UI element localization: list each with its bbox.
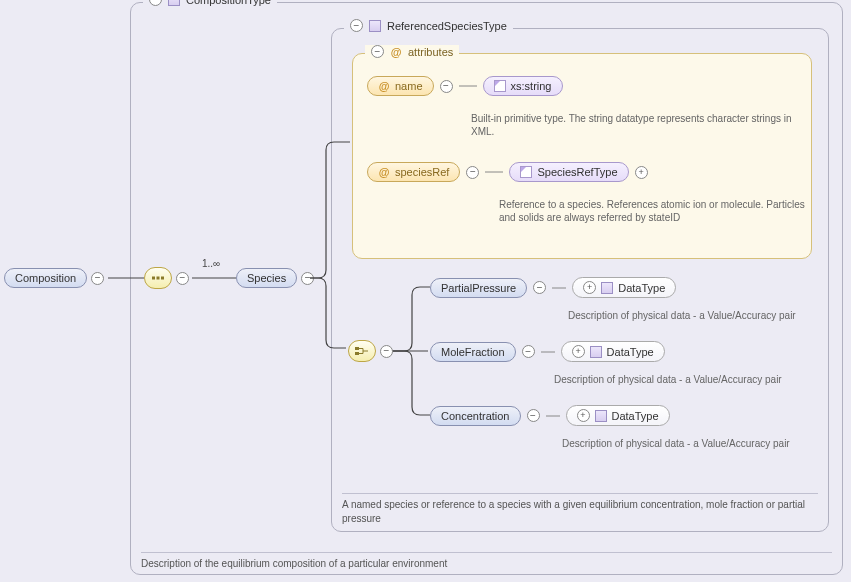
element-species[interactable]: Species	[236, 268, 297, 288]
collapse-icon[interactable]: −	[176, 272, 189, 285]
connector-line	[485, 166, 503, 178]
choice-compositor[interactable]	[348, 340, 376, 362]
connector-line	[546, 410, 560, 422]
composition-type-header: − CompositionType	[143, 0, 277, 6]
attributes-panel: − @ attributes @ name − xs:string Built-…	[352, 53, 812, 259]
collapse-icon[interactable]: −	[533, 281, 546, 294]
svg-rect-2	[355, 347, 359, 350]
element-composition[interactable]: Composition	[4, 268, 87, 288]
molefraction-label: MoleFraction	[441, 346, 505, 358]
composition-type-title: CompositionType	[186, 0, 271, 6]
collapse-icon[interactable]: −	[149, 0, 162, 6]
collapse-icon[interactable]: −	[527, 409, 540, 422]
complextype-icon	[369, 20, 381, 32]
molefraction-desc: Description of physical data - a Value/A…	[554, 373, 782, 386]
concentration-label: Concentration	[441, 410, 510, 422]
complextype-icon	[590, 346, 602, 358]
connector-line	[541, 346, 555, 358]
expand-icon[interactable]: +	[572, 345, 585, 358]
collapse-icon[interactable]: −	[91, 272, 104, 285]
collapse-icon[interactable]: −	[371, 45, 384, 58]
attribute-name-type[interactable]: xs:string	[483, 76, 563, 96]
attr-speciesref-type-label: SpeciesRefType	[537, 166, 617, 178]
referenced-species-type-panel: − ReferencedSpeciesType − @ attributes @…	[331, 28, 829, 532]
partialpressure-label: PartialPressure	[441, 282, 516, 294]
expand-icon[interactable]: +	[635, 166, 648, 179]
referenced-species-type-header: − ReferencedSpeciesType	[344, 19, 513, 32]
partialpressure-desc: Description of physical data - a Value/A…	[568, 309, 796, 322]
attr-name-desc: Built-in primitive type. The string data…	[471, 112, 811, 138]
attribute-group-icon: @	[390, 46, 402, 58]
collapse-icon[interactable]: −	[301, 272, 314, 285]
species-label: Species	[247, 272, 286, 284]
attr-name-label: name	[395, 80, 423, 92]
svg-rect-9	[161, 277, 164, 280]
svg-rect-3	[355, 352, 359, 355]
xsd-primitive-icon	[494, 80, 506, 92]
connector-line	[552, 282, 566, 294]
attribute-icon: @	[378, 166, 390, 178]
expand-icon[interactable]: +	[583, 281, 596, 294]
collapse-icon[interactable]: −	[380, 345, 393, 358]
connector-line	[459, 80, 477, 92]
complextype-icon	[168, 0, 180, 6]
partialpressure-type-label: DataType	[618, 282, 665, 294]
concentration-desc: Description of physical data - a Value/A…	[562, 437, 790, 450]
referenced-species-type-footer: A named species or reference to a specie…	[342, 493, 818, 525]
element-molefraction[interactable]: MoleFraction	[430, 342, 516, 362]
referenced-species-type-title: ReferencedSpeciesType	[387, 20, 507, 32]
collapse-icon[interactable]: −	[466, 166, 479, 179]
attribute-icon: @	[378, 80, 390, 92]
concentration-type-label: DataType	[612, 410, 659, 422]
attributes-label: attributes	[408, 46, 453, 58]
partialpressure-type[interactable]: + DataType	[572, 277, 676, 298]
composition-type-panel: − CompositionType − ReferencedSpeciesTyp…	[130, 2, 843, 575]
attribute-speciesref[interactable]: @ speciesRef	[367, 162, 460, 182]
collapse-icon[interactable]: −	[440, 80, 453, 93]
collapse-icon[interactable]: −	[350, 19, 363, 32]
element-partialpressure[interactable]: PartialPressure	[430, 278, 527, 298]
svg-rect-7	[152, 277, 155, 280]
cardinality-label: 1..∞	[202, 258, 220, 269]
attr-speciesref-label: speciesRef	[395, 166, 449, 178]
attr-name-type-label: xs:string	[511, 80, 552, 92]
sequence-compositor[interactable]	[144, 267, 172, 289]
complextype-icon	[601, 282, 613, 294]
composition-type-footer: Description of the equilibrium compositi…	[141, 552, 832, 571]
molefraction-type-label: DataType	[607, 346, 654, 358]
collapse-icon[interactable]: −	[522, 345, 535, 358]
element-concentration[interactable]: Concentration	[430, 406, 521, 426]
svg-rect-8	[157, 277, 160, 280]
concentration-type[interactable]: + DataType	[566, 405, 670, 426]
molefraction-type[interactable]: + DataType	[561, 341, 665, 362]
xsd-type-icon	[520, 166, 532, 178]
attributes-header: − @ attributes	[365, 45, 459, 58]
expand-icon[interactable]: +	[577, 409, 590, 422]
complextype-icon	[595, 410, 607, 422]
composition-label: Composition	[15, 272, 76, 284]
attr-speciesref-desc: Reference to a species. References atomi…	[499, 198, 811, 224]
attribute-speciesref-type[interactable]: SpeciesRefType	[509, 162, 628, 182]
attribute-name[interactable]: @ name	[367, 76, 434, 96]
